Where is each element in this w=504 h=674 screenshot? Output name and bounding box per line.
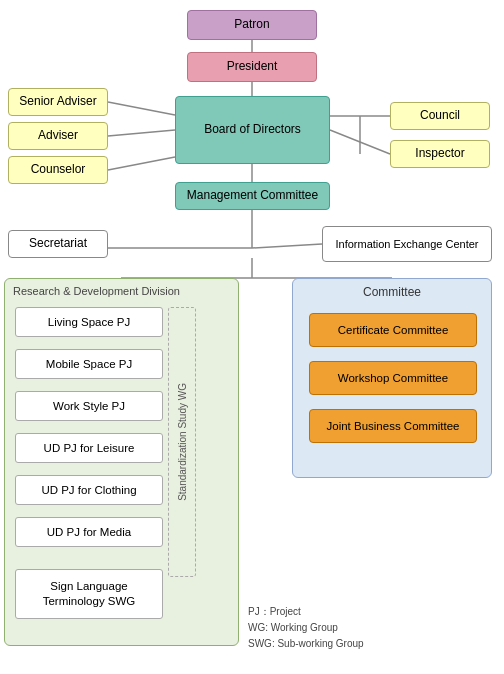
rd-division-label: Research & Development Division xyxy=(13,285,180,297)
sign-language-box: Sign Language Terminology SWG xyxy=(15,569,163,619)
counselor-box: Counselor xyxy=(8,156,108,184)
workshop-committee-box: Workshop Committee xyxy=(309,361,477,395)
joint-business-label: Joint Business Committee xyxy=(327,420,460,432)
info-box: Information Exchange Center xyxy=(322,226,492,262)
committee-div-label: Committee xyxy=(293,285,491,299)
living-space-label: Living Space PJ xyxy=(48,316,130,328)
patron-box: Patron xyxy=(187,10,317,40)
mobile-space-box: Mobile Space PJ xyxy=(15,349,163,379)
legend-pj: PJ：Project xyxy=(248,604,364,620)
mgmt-box: Management Committee xyxy=(175,182,330,210)
std-wg-label: Standardization Study WG xyxy=(177,383,188,501)
ud-media-box: UD PJ for Media xyxy=(15,517,163,547)
secretariat-label: Secretariat xyxy=(29,236,87,252)
inspector-box: Inspector xyxy=(390,140,490,168)
rd-division-box: Research & Development Division Living S… xyxy=(4,278,239,646)
svg-line-2 xyxy=(108,102,175,115)
senior-adviser-label: Senior Adviser xyxy=(19,94,96,110)
cert-committee-label: Certificate Committee xyxy=(338,324,449,336)
president-box: President xyxy=(187,52,317,82)
adviser-box: Adviser xyxy=(8,122,108,150)
legend-swg: SWG: Sub-working Group xyxy=(248,636,364,652)
senior-adviser-box: Senior Adviser xyxy=(8,88,108,116)
mgmt-label: Management Committee xyxy=(187,188,318,204)
ud-clothing-label: UD PJ for Clothing xyxy=(41,484,136,496)
joint-business-box: Joint Business Committee xyxy=(309,409,477,443)
org-chart: Patron President Senior Adviser Adviser … xyxy=(0,0,504,16)
legend-wg: WG: Working Group xyxy=(248,620,364,636)
patron-label: Patron xyxy=(234,17,269,33)
president-label: President xyxy=(227,59,278,75)
svg-line-6 xyxy=(330,130,390,154)
svg-line-12 xyxy=(252,244,322,248)
info-label: Information Exchange Center xyxy=(335,237,478,251)
inspector-label: Inspector xyxy=(415,146,464,162)
secretariat-box: Secretariat xyxy=(8,230,108,258)
legend: PJ：Project WG: Working Group SWG: Sub-wo… xyxy=(248,604,364,652)
council-box: Council xyxy=(390,102,490,130)
committee-div-box: Committee Certificate Committee Workshop… xyxy=(292,278,492,478)
cert-committee-box: Certificate Committee xyxy=(309,313,477,347)
board-box: Board of Directors xyxy=(175,96,330,164)
ud-media-label: UD PJ for Media xyxy=(47,526,131,538)
svg-line-3 xyxy=(108,130,175,136)
mobile-space-label: Mobile Space PJ xyxy=(46,358,132,370)
sign-language-label: Sign Language Terminology SWG xyxy=(43,579,136,609)
ud-clothing-box: UD PJ for Clothing xyxy=(15,475,163,505)
council-label: Council xyxy=(420,108,460,124)
living-space-box: Living Space PJ xyxy=(15,307,163,337)
board-label: Board of Directors xyxy=(204,122,301,138)
ud-leisure-box: UD PJ for Leisure xyxy=(15,433,163,463)
ud-leisure-label: UD PJ for Leisure xyxy=(44,442,135,454)
std-wg-box: Standardization Study WG xyxy=(168,307,196,577)
work-style-box: Work Style PJ xyxy=(15,391,163,421)
work-style-label: Work Style PJ xyxy=(53,400,125,412)
adviser-label: Adviser xyxy=(38,128,78,144)
workshop-committee-label: Workshop Committee xyxy=(338,372,448,384)
counselor-label: Counselor xyxy=(31,162,86,178)
svg-line-4 xyxy=(108,157,175,170)
